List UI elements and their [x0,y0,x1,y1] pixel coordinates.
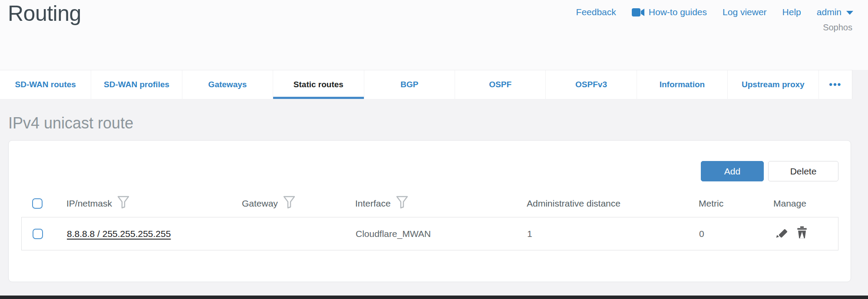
video-camera-icon [632,8,645,17]
metric-cell: 0 [699,229,774,239]
routing-tab-bar: SD-WAN routes SD-WAN profiles Gateways S… [0,70,852,99]
user-menu-label: admin [817,7,842,17]
column-header-administrative-distance: Administrative distance [527,198,699,209]
column-header-gateway: Gateway [242,196,355,211]
column-header-ip-netmask: IP/netmask [66,196,242,211]
tab-sdwan-profiles[interactable]: SD-WAN profiles [91,70,182,99]
pencil-icon [774,226,788,242]
trash-icon [795,226,809,242]
tab-ospf[interactable]: OSPF [455,70,545,99]
caret-down-icon [846,11,853,15]
howto-guides-label: How-to guides [649,7,707,17]
org-name: Sophos [823,23,852,33]
column-header-manage: Manage [773,198,838,209]
ellipsis-icon: ••• [829,79,842,90]
tab-bgp[interactable]: BGP [364,70,455,99]
table-header-row: IP/netmask Gateway Interface [21,194,838,213]
delete-button[interactable]: Delete [768,161,838,181]
route-link[interactable]: 8.8.8.8 / 255.255.255.255 [67,229,171,239]
funnel-icon[interactable] [396,196,408,211]
tab-sdwan-routes[interactable]: SD-WAN routes [0,70,91,99]
page-header: Routing Feedback How-to guides Log viewe… [0,0,868,70]
tab-static-routes[interactable]: Static routes [273,70,363,99]
section-title: IPv4 unicast route [8,114,133,132]
table-row: 8.8.8.8 / 255.255.255.255 Cloudflare_MWA… [21,217,838,250]
howto-guides-link[interactable]: How-to guides [632,7,707,17]
routing-page: Routing Feedback How-to guides Log viewe… [0,0,868,299]
funnel-icon[interactable] [283,196,295,211]
administrative-distance-cell: 1 [527,229,699,239]
user-menu[interactable]: admin [817,7,853,17]
feedback-link-label: Feedback [576,7,616,17]
log-viewer-link[interactable]: Log viewer [723,7,767,17]
feedback-link[interactable]: Feedback [576,7,616,17]
edit-route-button[interactable] [774,227,789,241]
funnel-icon[interactable] [117,196,129,211]
page-title: Routing [8,1,81,26]
log-viewer-label: Log viewer [723,7,767,17]
column-header-interface: Interface [355,196,527,211]
delete-route-button[interactable] [795,227,809,241]
tab-ospfv3[interactable]: OSPFv3 [545,70,636,99]
ipv4-unicast-route-panel: Add Delete IP/netmask Gateway [8,140,851,282]
top-nav: Feedback How-to guides Log viewer Help a… [576,7,853,17]
tab-gateways[interactable]: Gateways [182,70,273,99]
help-link[interactable]: Help [782,7,801,17]
row-checkbox[interactable] [33,229,43,239]
help-label: Help [782,7,801,17]
manage-cell [774,227,838,241]
column-header-metric: Metric [699,198,773,209]
window-bottom-edge [0,296,868,299]
tab-upstream-proxy[interactable]: Upstream proxy [727,70,818,99]
select-all-checkbox[interactable] [32,198,43,209]
interface-cell: Cloudflare_MWAN [356,229,527,239]
more-tabs-button[interactable]: ••• [818,70,852,99]
tab-information[interactable]: Information [637,70,727,99]
add-button[interactable]: Add [701,161,764,181]
